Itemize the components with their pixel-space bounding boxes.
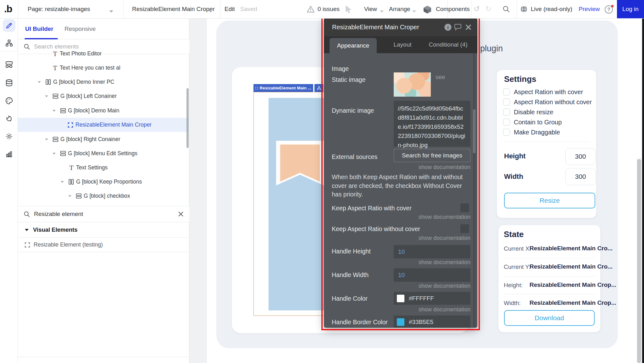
tab-layout[interactable]: Layout (385, 36, 420, 53)
logs-chart-icon[interactable] (3, 148, 15, 160)
clear-search-icon[interactable] (178, 211, 184, 217)
checkbox[interactable] (503, 109, 510, 116)
handle-width-input[interactable] (394, 268, 470, 282)
element-selector[interactable]: ResizableElement Main Croper (132, 0, 215, 18)
checkbox-row[interactable]: Aspect Ration without cover (503, 97, 592, 107)
window-scrollbar-thumb[interactable] (637, 159, 641, 363)
workflow-icon[interactable] (3, 37, 15, 49)
edit-menu[interactable]: Edit (225, 0, 235, 18)
help-icon[interactable]: ? (604, 5, 614, 14)
element-workflow-tag[interactable] (314, 84, 323, 92)
tree-row[interactable]: G [block] Right Conainer (18, 132, 189, 146)
tab-responsive[interactable]: Responsive (64, 19, 96, 39)
see-link[interactable]: see (436, 74, 445, 81)
text-element-icon: T (52, 51, 58, 57)
close-icon[interactable] (464, 23, 472, 31)
login-button[interactable]: Log in (617, 0, 644, 18)
blocks-icon[interactable] (3, 58, 15, 71)
plugins-plug-icon[interactable] (3, 112, 15, 125)
palette-search[interactable] (18, 206, 189, 222)
arrange-menu[interactable]: Arrange (389, 0, 410, 18)
redo-icon[interactable]: ↻ (485, 4, 491, 13)
tab-conditional[interactable]: Conditional (4) (425, 36, 472, 53)
handle-border-color-input[interactable]: #33B5E5 (394, 315, 470, 328)
visual-elements-section[interactable]: Visual Elements (18, 222, 189, 238)
collapse-caret-icon[interactable] (45, 139, 48, 140)
comment-icon[interactable] (454, 23, 462, 31)
tab-appearance[interactable]: Appearance (330, 38, 377, 53)
components-cube-icon[interactable] (423, 5, 432, 14)
static-image-thumbnail[interactable] (394, 72, 431, 97)
tree-row[interactable]: G [block] Menu Edit Settings (18, 146, 189, 161)
collapse-caret-icon[interactable] (45, 95, 48, 97)
show-documentation-link[interactable]: show documentation (394, 214, 470, 220)
live-mode-label[interactable]: Live (read-only) (531, 0, 572, 18)
chevron-down-icon[interactable] (380, 8, 384, 14)
tree-row[interactable]: T Text Settings (18, 161, 189, 175)
page-selector[interactable]: Page: resizable-images (28, 0, 90, 18)
height-input[interactable] (565, 148, 596, 165)
checkbox-row[interactable]: Aspect Ration with cover (503, 87, 583, 97)
checkbox-row[interactable]: Contain to Group (503, 117, 562, 127)
checkbox[interactable] (503, 119, 510, 126)
show-documentation-link[interactable]: show documentation (394, 283, 470, 289)
issues-counter[interactable]: 0 issues (318, 0, 340, 18)
show-documentation-link[interactable]: show documentation (394, 235, 470, 241)
color-swatch[interactable] (397, 295, 404, 302)
show-documentation-link[interactable]: show documentation (394, 306, 470, 313)
collapse-caret-icon[interactable] (53, 110, 56, 112)
bubble-logo[interactable]: .b (4, 0, 12, 18)
tree-row-selected[interactable]: ResizableElement Main Croper (18, 118, 189, 132)
tab-ui-builder[interactable]: UI Builder (25, 19, 53, 39)
tree-row[interactable]: G [block] Demo Main (18, 104, 189, 118)
styles-palette-icon[interactable] (3, 94, 15, 107)
components-menu[interactable]: Components (436, 0, 470, 18)
chevron-down-icon[interactable] (412, 8, 416, 14)
collapse-caret-icon[interactable] (68, 195, 71, 197)
search-free-images-button[interactable]: Search for free images (394, 149, 470, 162)
tree-row[interactable]: G [block] Demo Inner PC (18, 75, 189, 89)
checkbox-row[interactable]: Make Draggable (503, 128, 560, 137)
width-input[interactable] (565, 168, 596, 185)
dynamic-image-input[interactable]: //5f5c22c5d99d05b64fbcd8f811a0d91c.cdn.b… (394, 101, 470, 147)
checkbox-row[interactable]: Disable resize (503, 107, 553, 117)
tree-row[interactable]: G [block] Left Conainer (18, 89, 189, 103)
checkbox[interactable] (503, 88, 510, 95)
collapse-caret-icon[interactable] (38, 81, 41, 83)
undo-icon[interactable]: ↺ (474, 4, 480, 13)
selected-element-tag[interactable]: ResizableElement Main ... (253, 84, 313, 92)
handle-color-input[interactable]: #FFFFFF (394, 292, 470, 305)
tree-row[interactable]: G [block] checkbox (18, 189, 189, 203)
tree-row[interactable]: T Text Photo Editor (18, 47, 189, 61)
view-menu[interactable]: View (364, 0, 377, 18)
tree-scrollbar[interactable] (186, 88, 189, 148)
chevron-down-icon[interactable] (109, 8, 113, 14)
inspector-scrollbar-track[interactable] (473, 53, 475, 328)
handle-height-input[interactable] (394, 245, 470, 258)
collapse-caret-icon[interactable] (53, 153, 56, 155)
palette-item[interactable]: Resizable Element (testing) (18, 238, 189, 252)
tree-row[interactable]: G [block] Keep Proportions (18, 175, 189, 189)
preview-button[interactable]: Preview (579, 0, 600, 18)
search-icon[interactable] (502, 5, 510, 13)
cursor-tool-icon[interactable] (345, 5, 352, 14)
resize-button[interactable]: Resize (504, 193, 595, 208)
color-swatch[interactable] (397, 318, 404, 326)
collapse-caret-icon[interactable] (61, 181, 64, 183)
show-documentation-link[interactable]: show documentation (394, 164, 470, 171)
download-button[interactable]: Download (504, 310, 595, 326)
info-icon[interactable]: i (444, 23, 452, 31)
keep-aspect-without-cover-checkbox[interactable] (460, 224, 469, 233)
tree-row[interactable]: T Text Here you can test al (18, 61, 189, 75)
database-icon[interactable] (3, 77, 15, 89)
settings-gear-icon[interactable] (3, 130, 15, 143)
design-pencil-icon[interactable] (3, 19, 15, 32)
checkbox[interactable] (503, 129, 510, 136)
show-documentation-link[interactable]: show documentation (394, 259, 470, 266)
keep-aspect-with-cover-checkbox[interactable] (460, 203, 469, 212)
inspector-scrollbar-thumb[interactable] (473, 109, 475, 153)
inspector-header[interactable]: ResizableElement Main Croper i (324, 18, 477, 36)
chevron-down-icon[interactable] (209, 8, 213, 14)
palette-search-input[interactable] (34, 211, 174, 218)
checkbox[interactable] (503, 99, 510, 105)
